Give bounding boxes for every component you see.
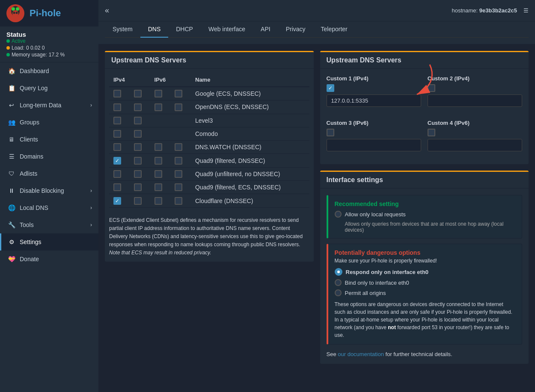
dns-checkbox[interactable] (134, 117, 142, 124)
donate-icon: 💝 (8, 256, 15, 262)
custom2-checkbox[interactable] (428, 84, 435, 92)
table-row: Comodo (109, 127, 309, 140)
dns-checkbox[interactable] (155, 143, 162, 151)
recommended-box: Recommended setting Allow only local req… (327, 195, 523, 239)
sidebar-item-domains[interactable]: ☰ Domains (0, 148, 98, 165)
dns-checkbox[interactable] (175, 170, 182, 178)
custom4-row (428, 129, 522, 136)
sidebar-item-adlists[interactable]: 🛡 Adlists (0, 165, 98, 182)
respond-eth0-label: Respond only on interface eth0 (346, 269, 429, 275)
bind-eth0-option[interactable]: Bind only to interface eth0 (335, 279, 516, 286)
sidebar-item-settings[interactable]: ⚙ Settings (0, 233, 98, 251)
dns-checkbox[interactable] (113, 170, 121, 178)
table-row: ✓Quad9 (filtered, DNSSEC) (109, 154, 309, 167)
dns-checkbox[interactable] (175, 90, 182, 97)
dns-checkbox[interactable] (134, 103, 142, 111)
dns-checkbox[interactable] (175, 143, 182, 151)
dns-checkbox[interactable] (134, 170, 142, 178)
custom-dns-title: Upstream DNS Servers (320, 52, 529, 69)
dns-checkbox[interactable] (134, 157, 142, 165)
load-label: Load: (12, 45, 24, 51)
svg-point-3 (16, 7, 19, 11)
dns-checkbox[interactable] (155, 90, 162, 97)
radio-permit-all[interactable] (335, 289, 342, 296)
sidebar-item-query-log[interactable]: 📋 Query Log (0, 80, 98, 97)
status-load: Load: 0 0.02 0 (6, 45, 92, 51)
dns-checkbox[interactable] (175, 103, 182, 111)
tab-system[interactable]: System (105, 21, 140, 38)
ecs-note: ECS (Extended Client Subnet) defines a m… (105, 212, 314, 262)
dns-checkbox[interactable] (134, 130, 142, 138)
status-active-label: Active (12, 38, 26, 44)
dns-checkbox[interactable] (113, 117, 121, 124)
dns-checkbox[interactable] (113, 90, 121, 97)
dns-checkbox[interactable] (155, 170, 162, 178)
dangerous-title: Potentially dangerous options (335, 249, 516, 256)
dns-checkbox[interactable] (113, 103, 121, 111)
local-dns-icon: 🌐 (8, 204, 15, 211)
dns-checkbox[interactable] (175, 183, 182, 191)
custom1-input[interactable] (327, 94, 421, 107)
radio-bind-eth0[interactable] (335, 279, 342, 286)
tab-dhcp[interactable]: DHCP (168, 21, 201, 38)
dns-checkbox[interactable] (175, 197, 182, 205)
permit-all-option[interactable]: Permit all origins (335, 289, 516, 296)
dangerous-warning: Make sure your Pi-hole is properly firew… (335, 258, 516, 264)
tab-dns[interactable]: DNS (140, 21, 169, 38)
dns-checkbox[interactable] (155, 103, 162, 111)
sidebar-item-tools[interactable]: 🔧 Tools › (0, 216, 98, 233)
dns-checkbox[interactable] (113, 143, 121, 151)
left-panel: Upstream DNS Servers IPv4 IPv6 Name (105, 51, 314, 370)
dns-checkbox[interactable] (155, 183, 162, 191)
sidebar-item-long-term-data[interactable]: ↩ Long-term Data › (0, 97, 98, 114)
dns-checkbox[interactable] (134, 197, 142, 205)
sidebar-item-clients[interactable]: 🖥 Clients (0, 131, 98, 148)
topbar-menu-icon[interactable]: ☰ (523, 7, 529, 14)
docs-link[interactable]: our documentation (338, 351, 384, 357)
dns-checkbox[interactable] (175, 157, 182, 165)
adlists-icon: 🛡 (8, 170, 15, 177)
tab-web-interface[interactable]: Web interface (201, 21, 253, 38)
sidebar-item-label: Settings (20, 239, 42, 245)
custom4-checkbox[interactable] (428, 129, 435, 136)
custom3-input[interactable] (327, 139, 421, 151)
dns-checkbox[interactable] (113, 130, 121, 138)
dns-checkbox[interactable] (113, 183, 121, 191)
tab-privacy[interactable]: Privacy (278, 21, 313, 38)
long-term-icon: ↩ (8, 102, 15, 109)
dns-checkbox[interactable] (155, 157, 162, 165)
sidebar-item-local-dns[interactable]: 🌐 Local DNS › (0, 199, 98, 216)
dns-checkbox[interactable]: ✓ (113, 157, 121, 165)
custom2-row (428, 84, 522, 92)
interface-settings-title: Interface settings (320, 172, 529, 189)
sidebar-item-groups[interactable]: 👥 Groups (0, 114, 98, 131)
dns-server-name: Cloudflare (DNSSEC) (191, 194, 309, 207)
panels-row: Upstream DNS Servers IPv4 IPv6 Name (105, 51, 529, 370)
sidebar-collapse-button[interactable]: « (105, 6, 109, 15)
tab-api[interactable]: API (253, 21, 278, 38)
respond-eth0-option[interactable]: Respond only on interface eth0 (335, 268, 516, 276)
status-section: Status Active Load: 0 0.02 0 Memory usag… (0, 27, 98, 62)
sidebar-item-donate[interactable]: 💝 Donate (0, 251, 98, 268)
topbar: « hostname: 9e3b3b2ac2c5 ☰ (98, 0, 535, 21)
dns-checkbox[interactable] (134, 90, 142, 97)
custom2-input[interactable] (428, 94, 522, 107)
sidebar-item-disable-blocking[interactable]: ⏸ Disable Blocking › (0, 182, 98, 199)
dns-checkbox[interactable]: ✓ (113, 197, 121, 205)
custom3-checkbox[interactable] (327, 129, 334, 136)
allow-local-requests-option[interactable]: Allow only local requests (335, 211, 516, 218)
tab-teleporter[interactable]: Teleporter (313, 21, 355, 38)
custom1-checkbox[interactable]: ✓ (327, 84, 334, 92)
custom4-input[interactable] (428, 139, 522, 151)
sidebar: Pi-hole Status Active Load: 0 0.02 0 Mem… (0, 0, 98, 392)
radio-respond-eth0[interactable] (335, 268, 342, 276)
dns-checkbox[interactable] (134, 183, 142, 191)
radio-button-allow-local[interactable] (335, 211, 342, 218)
dns-checkbox[interactable] (155, 197, 162, 205)
sidebar-item-dashboard[interactable]: 🏠 Dashboard (0, 62, 98, 80)
custom2-section: Custom 2 (IPv4) (428, 75, 522, 107)
dns-checkbox[interactable] (134, 143, 142, 151)
settings-tabs: System DNS DHCP Web interface API Privac… (98, 21, 535, 44)
sidebar-item-label: Tools (20, 221, 34, 228)
active-dot (6, 39, 10, 43)
